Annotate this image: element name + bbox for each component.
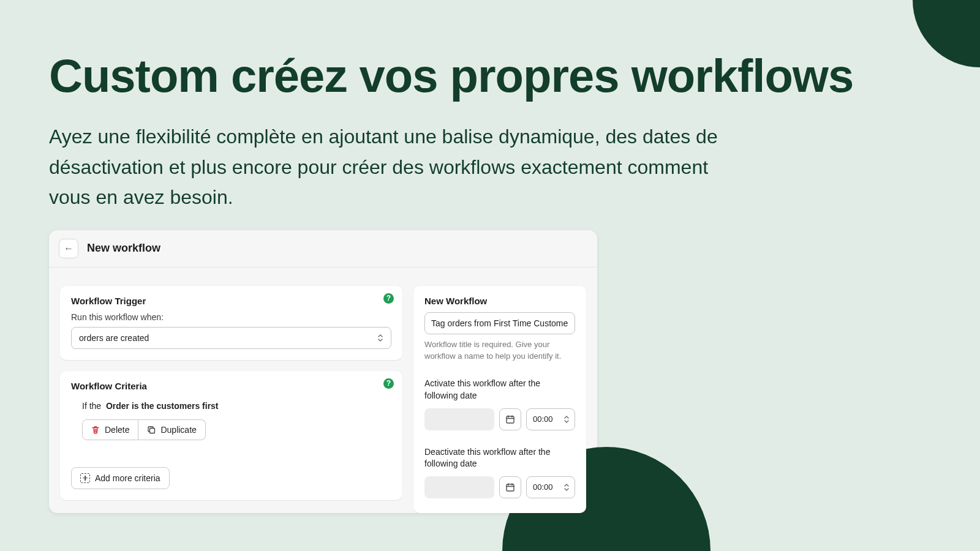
chevron-updown-icon [377, 334, 383, 342]
add-criteria-button[interactable]: Add more criteria [71, 467, 170, 489]
workflow-criteria-card: ? Workflow Criteria If the Order is the … [60, 371, 402, 500]
activate-date-input[interactable] [424, 408, 494, 430]
workflow-trigger-card: ? Workflow Trigger Run this workflow whe… [60, 286, 402, 360]
workflow-name-input[interactable] [424, 312, 575, 334]
trigger-select-value: orders are created [79, 333, 149, 343]
activate-calendar-button[interactable] [499, 408, 521, 430]
deactivate-calendar-button[interactable] [499, 476, 521, 498]
add-criteria-label: Add more criteria [95, 473, 160, 483]
back-button[interactable]: ← [59, 239, 78, 258]
deactivate-date-input[interactable] [424, 476, 494, 498]
activate-time-value: 00:00 [533, 414, 553, 424]
deactivate-time-value: 00:00 [533, 482, 553, 492]
workflow-trigger-title: Workflow Trigger [71, 296, 391, 306]
new-workflow-title: New Workflow [424, 296, 575, 306]
chevron-updown-icon [564, 483, 570, 492]
duplicate-button[interactable]: Duplicate [138, 419, 205, 440]
svg-rect-3 [507, 484, 514, 491]
duplicate-label: Duplicate [160, 425, 196, 435]
calendar-icon [505, 482, 515, 492]
delete-button[interactable]: Delete [82, 419, 138, 440]
trash-icon [91, 425, 100, 434]
hero-subtitle: Ayez une flexibilité complète en ajoutan… [49, 122, 723, 213]
help-icon[interactable]: ? [383, 378, 394, 389]
calendar-icon [505, 414, 515, 424]
chevron-updown-icon [564, 415, 570, 424]
criteria-condition: If the Order is the customers first [71, 397, 391, 419]
delete-label: Delete [105, 425, 129, 435]
hero-title: Custom créez vos propres workflows [49, 49, 931, 102]
workflow-name-helper: Workflow title is required. Give your wo… [424, 339, 575, 362]
svg-rect-1 [150, 428, 155, 433]
svg-rect-2 [507, 416, 514, 423]
app-window: ← New workflow ? Workflow Trigger Run th… [49, 230, 597, 513]
run-when-label: Run this workflow when: [71, 312, 391, 322]
deactivate-time-select[interactable]: 00:00 [526, 476, 575, 498]
new-workflow-card: New Workflow Workflow title is required.… [413, 286, 586, 513]
duplicate-icon [147, 425, 156, 434]
add-dashed-icon [80, 473, 90, 483]
arrow-left-icon: ← [64, 243, 74, 254]
page-title: New workflow [87, 242, 160, 255]
trigger-select[interactable]: orders are created [71, 327, 391, 349]
activate-time-select[interactable]: 00:00 [526, 408, 575, 430]
help-icon[interactable]: ? [383, 293, 394, 304]
workflow-criteria-title: Workflow Criteria [71, 381, 391, 391]
activate-label: Activate this workflow after the followi… [424, 378, 575, 402]
deactivate-label: Deactivate this workflow after the follo… [424, 446, 575, 470]
